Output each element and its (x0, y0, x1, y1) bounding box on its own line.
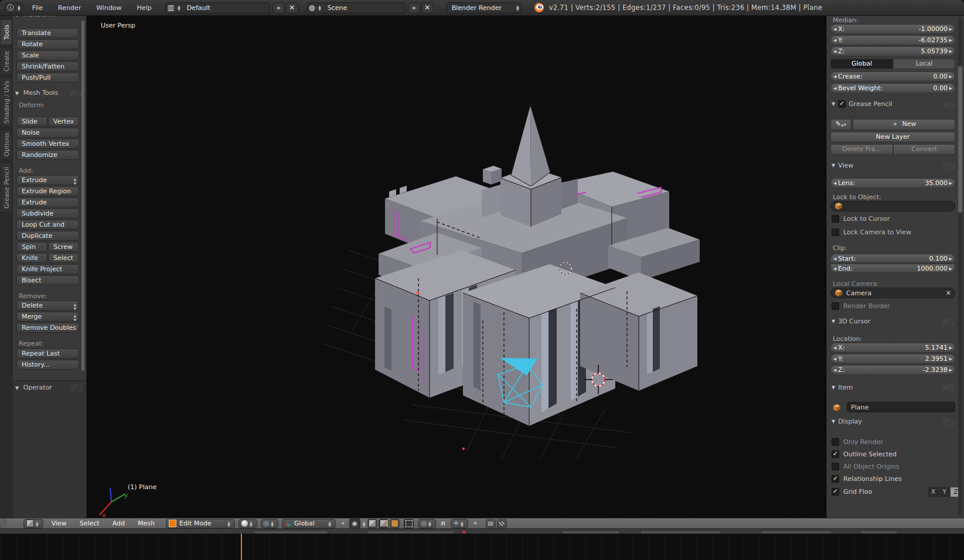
viewport-canvas[interactable]: y x (87, 16, 826, 518)
decrement-arrow-icon[interactable]: ◀ (833, 267, 836, 271)
clip-end-field[interactable]: ◀ End: 1000.000 ▶ (830, 264, 955, 273)
decrement-arrow-icon[interactable]: ◀ (833, 86, 836, 91)
edge-select-mode-icon[interactable] (379, 519, 389, 528)
menu-render[interactable]: Render (50, 4, 88, 12)
item-name-field[interactable]: Plane (847, 402, 955, 412)
delete-frame-button[interactable]: Delete Fra... (830, 144, 893, 155)
orientation-dropdown[interactable]: Global ▲▼ (282, 519, 336, 528)
panel-drag-hatch-icon[interactable] (943, 318, 955, 325)
panel-header-grease-pencil[interactable]: ▼ Grease Pencil (832, 100, 893, 108)
panel-header-item[interactable]: ▼ Item (832, 384, 853, 391)
panel-header-3d-cursor[interactable]: ▼ 3D Cursor (832, 317, 870, 325)
median-z-field[interactable]: ◀ Z: 5.05739 ▶ (830, 46, 955, 56)
extrude-region-button[interactable]: Extrude Region (16, 186, 79, 196)
increment-arrow-icon[interactable]: ▶ (949, 257, 952, 261)
opengl-render-image-icon[interactable] (486, 519, 496, 528)
decrement-arrow-icon[interactable]: ◀ (833, 257, 836, 261)
grid-axis-y-button[interactable]: Y (939, 487, 950, 497)
push-pull-button[interactable]: Push/Pull (16, 73, 79, 83)
selected-vertex[interactable] (417, 292, 420, 295)
scene-selector[interactable]: ◍ ▲▼ Scene (306, 2, 405, 13)
new-layer-button[interactable]: New Layer (830, 132, 955, 142)
panel-drag-hatch-icon[interactable] (943, 162, 955, 169)
add-layout-button[interactable]: ＋ (272, 2, 285, 13)
lens-field[interactable]: ◀ Lens: 35.000 ▶ (830, 178, 955, 188)
history-button[interactable]: History... (16, 360, 79, 370)
knife-project-button[interactable]: Knife Project (16, 264, 79, 274)
building-model[interactable] (375, 105, 700, 450)
add-scene-button[interactable]: ＋ (408, 2, 420, 13)
opengl-render-anim-icon[interactable] (497, 519, 507, 528)
panel-drag-hatch-icon[interactable] (70, 90, 82, 97)
knife-select-button[interactable]: Select (48, 253, 79, 263)
panel-drag-hatch-icon[interactable] (943, 101, 955, 108)
grease-pencil-checkbox[interactable] (838, 100, 846, 108)
sidebar-tab-options[interactable]: Options (1, 129, 12, 160)
editor-type-selector[interactable]: ⓘ ▲▼ (5, 2, 23, 13)
only-render-checkbox[interactable] (832, 438, 839, 446)
local-toggle-button[interactable]: Local (893, 59, 955, 69)
pivot-point-dropdown[interactable]: ◎ ▲▼ (261, 519, 278, 528)
loop-cut-slide-button[interactable]: Loop Cut and Slide (16, 220, 79, 230)
panel-header-transform[interactable]: ▼ Transform (15, 16, 55, 18)
clear-camera-icon[interactable]: ✕ (946, 289, 951, 297)
proportional-edit-dropdown[interactable]: ◎ ▲▼ (418, 519, 435, 528)
all-object-origins-checkbox[interactable] (832, 463, 839, 470)
menu-mesh[interactable]: Mesh (131, 520, 161, 527)
corner-resize-grip-icon[interactable] (0, 518, 7, 528)
merge-dropdown[interactable]: Merge ▲▼ (16, 312, 79, 322)
increment-arrow-icon[interactable]: ▶ (949, 181, 952, 186)
viewport-shading-dropdown[interactable]: ▲▼ (239, 519, 257, 528)
bevel-weight-field[interactable]: ◀ Bevel Weight: 0.00 ▶ (830, 83, 955, 93)
rotate-button[interactable]: Rotate (16, 39, 79, 49)
menu-help[interactable]: Help (130, 4, 159, 12)
cursor-z-field[interactable]: ◀ Z: -2.3238 ▶ (830, 365, 955, 375)
subdivide-button[interactable]: Subdivide (16, 209, 79, 218)
increment-arrow-icon[interactable]: ▶ (949, 27, 952, 32)
grease-pencil-source-dropdown[interactable]: ✎▲▼ (830, 119, 851, 130)
median-x-field[interactable]: ◀ X: -1.00000 ▶ (830, 24, 955, 34)
panel-header-operator[interactable]: ▼ Operator (15, 384, 52, 391)
snap-magnet-icon[interactable]: ∩ (438, 519, 448, 528)
timeline-track-area[interactable] (0, 534, 964, 560)
spin-button[interactable]: Spin (16, 242, 47, 252)
sidebar-tab-shading-uvs[interactable]: Shading / UVs (1, 77, 12, 127)
smooth-vertex-button[interactable]: Smooth Vertex (16, 139, 79, 149)
manipulator-translate-icon[interactable]: ⌖ (338, 519, 348, 528)
local-camera-field[interactable]: Camera ✕ (830, 288, 955, 298)
timeline-playhead[interactable] (241, 534, 242, 560)
screen-layout-selector[interactable]: ▥ ▲▼ Default (165, 2, 270, 13)
snap-peel-icon[interactable]: ⌖ (471, 519, 481, 528)
duplicate-button[interactable]: Duplicate (16, 231, 79, 241)
close-layout-button[interactable]: ✕ (286, 2, 298, 13)
cursor-x-field[interactable]: ◀ X: 5.1741 ▶ (830, 343, 955, 353)
panel-header-mesh-tools[interactable]: ▼ Mesh Tools (15, 89, 58, 97)
decrement-arrow-icon[interactable]: ◀ (833, 27, 836, 32)
lock-to-cursor-checkbox[interactable] (832, 215, 839, 223)
noise-button[interactable]: Noise (16, 128, 79, 138)
limit-to-visible-icon[interactable] (404, 519, 414, 528)
slide-edge-button[interactable]: Slide Ed (16, 117, 47, 127)
viewport-3d[interactable]: User Persp (87, 16, 826, 518)
render-engine-selector[interactable]: Blender Render ▲▼ (447, 2, 522, 13)
randomize-button[interactable]: Randomize (16, 150, 79, 160)
median-y-field[interactable]: ◀ Y: -6.02735 ▶ (830, 35, 955, 45)
bisect-button[interactable]: Bisect (16, 275, 79, 285)
slide-vertex-button[interactable]: Vertex (48, 117, 79, 127)
decrement-arrow-icon[interactable]: ◀ (833, 38, 836, 43)
menu-view[interactable]: View (45, 520, 73, 527)
extrude-dropdown[interactable]: Extrude ▲▼ (16, 175, 79, 185)
lock-to-object-field[interactable] (830, 201, 955, 211)
menu-add[interactable]: Add (106, 520, 131, 527)
face-select-mode-icon[interactable] (390, 519, 400, 528)
decrement-arrow-icon[interactable]: ◀ (833, 346, 836, 350)
grease-pencil-new-button[interactable]: ＋ New (853, 119, 955, 130)
decrement-arrow-icon[interactable]: ◀ (833, 357, 836, 361)
increment-arrow-icon[interactable]: ▶ (949, 86, 952, 91)
shrink-fatten-button[interactable]: Shrink/Fatten (16, 62, 79, 71)
convert-button[interactable]: Convert (893, 144, 955, 155)
panel-drag-hatch-icon[interactable] (943, 418, 955, 425)
decrement-arrow-icon[interactable]: ◀ (833, 368, 836, 373)
sidebar-tab-tools[interactable]: Tools (1, 19, 12, 45)
menu-window[interactable]: Window (88, 4, 129, 12)
